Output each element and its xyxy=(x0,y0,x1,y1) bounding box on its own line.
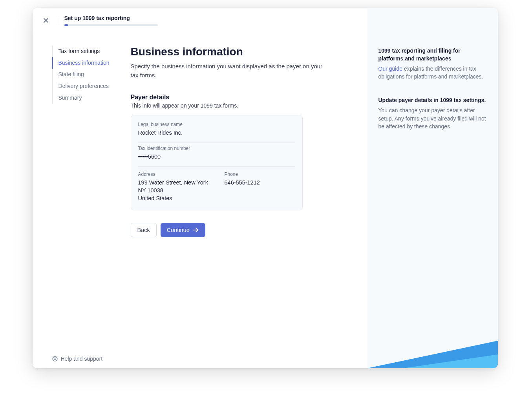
sidebar-item-delivery-preferences[interactable]: Delivery preferences xyxy=(52,80,119,92)
page-title: Business information xyxy=(131,46,324,58)
svg-line-6 xyxy=(56,357,57,358)
page-title-header: Set up 1099 tax reporting xyxy=(64,15,158,21)
modal-container: Set up 1099 tax reporting Tax form setti… xyxy=(33,8,498,368)
main-content: Business information Specify the busines… xyxy=(119,46,367,368)
close-icon xyxy=(43,18,49,23)
arrow-right-icon xyxy=(193,227,199,233)
sidebar-item-tax-form-settings[interactable]: Tax form settings xyxy=(52,46,119,57)
decoration-triangle-2 xyxy=(404,354,498,368)
sidebar-item-label: Business information xyxy=(58,60,110,66)
help-support-label: Help and support xyxy=(61,356,103,362)
help-icon xyxy=(52,356,58,362)
legal-name-value: Rocket Rides Inc. xyxy=(138,129,295,137)
detail-row-tin: Tax identification number •••••5600 xyxy=(138,142,295,166)
back-button[interactable]: Back xyxy=(131,223,157,237)
legal-name-label: Legal business name xyxy=(138,122,295,127)
sidebar-item-label: Summary xyxy=(58,95,82,101)
tin-value: •••••5600 xyxy=(138,153,295,161)
info-title-2: Update payer details in 1099 tax setting… xyxy=(378,97,487,104)
content-area: Tax form settings Business information S… xyxy=(33,26,367,368)
address-column: Address 199 Water Street, New York NY 10… xyxy=(138,172,209,203)
phone-value: 646-555-1212 xyxy=(225,179,295,186)
our-guide-link[interactable]: Our guide xyxy=(378,66,402,72)
detail-row-legal-name: Legal business name Rocket Rides Inc. xyxy=(138,122,295,142)
svg-line-5 xyxy=(53,357,54,358)
info-text-2: You can change your payer details after … xyxy=(378,106,487,130)
sidebar-item-summary[interactable]: Summary xyxy=(52,92,119,104)
sidebar-item-label: State filing xyxy=(58,71,84,77)
svg-line-8 xyxy=(56,360,57,361)
button-row: Back Continue xyxy=(131,223,324,237)
sidebar-item-state-filing[interactable]: State filing xyxy=(52,69,119,80)
sidebar-item-label: Tax form settings xyxy=(58,48,100,54)
page-description: Specify the business information you wan… xyxy=(131,62,324,80)
header-divider xyxy=(57,16,57,24)
continue-button[interactable]: Continue xyxy=(161,223,205,237)
info-text-1: Our guide explains the differences in ta… xyxy=(378,65,487,81)
continue-button-label: Continue xyxy=(167,227,190,233)
close-button[interactable] xyxy=(42,16,50,24)
sidebar: Tax form settings Business information S… xyxy=(33,46,119,368)
address-label: Address xyxy=(138,172,209,177)
detail-row-address-phone: Address 199 Water Street, New York NY 10… xyxy=(138,167,295,203)
info-block-1: 1099 tax reporting and filing for platfo… xyxy=(378,47,487,81)
address-line2: NY 10038 xyxy=(138,186,209,194)
sidebar-item-business-information[interactable]: Business information xyxy=(52,57,119,69)
address-line1: 199 Water Street, New York xyxy=(138,179,209,186)
progress-bar xyxy=(64,24,158,26)
tin-label: Tax identification number xyxy=(138,146,295,151)
phone-label: Phone xyxy=(225,172,295,177)
back-button-label: Back xyxy=(137,227,150,233)
phone-column: Phone 646-555-1212 xyxy=(225,172,295,203)
sidebar-item-label: Delivery preferences xyxy=(58,83,109,89)
header-title-wrap: Set up 1099 tax reporting xyxy=(64,15,158,26)
address-line3: United States xyxy=(138,194,209,202)
info-title-1: 1099 tax reporting and filing for platfo… xyxy=(378,47,487,62)
right-panel: 1099 tax reporting and filing for platfo… xyxy=(367,8,498,368)
help-support-link[interactable]: Help and support xyxy=(52,356,103,362)
progress-fill xyxy=(64,24,68,26)
svg-line-7 xyxy=(53,360,54,361)
info-block-2: Update payer details in 1099 tax setting… xyxy=(378,97,487,130)
section-description: This info will appear on your 1099 tax f… xyxy=(131,102,324,109)
payer-details-card: Legal business name Rocket Rides Inc. Ta… xyxy=(131,115,303,210)
main-panel: Set up 1099 tax reporting Tax form setti… xyxy=(33,8,367,368)
section-title: Payer details xyxy=(131,94,324,101)
header: Set up 1099 tax reporting xyxy=(33,8,367,26)
svg-point-4 xyxy=(54,358,56,360)
